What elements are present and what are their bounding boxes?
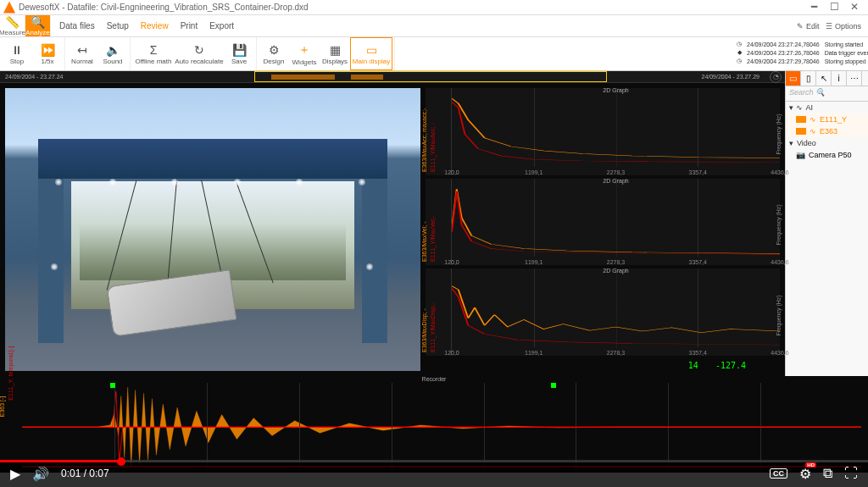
sidebar-tab-4[interactable]: i xyxy=(832,71,847,86)
video-player-bar: ▶ 🔊 0:01 / 0:07 CC ⚙HD ⧉ ⛶ xyxy=(0,460,868,487)
time-display: 0:01 / 0:07 xyxy=(61,468,109,479)
tab-setup[interactable]: Setup xyxy=(107,21,129,30)
marker-end[interactable] xyxy=(551,383,556,388)
widgets-button[interactable]: ＋Widgets xyxy=(289,37,320,70)
tab-review[interactable]: Review xyxy=(141,21,169,30)
window-title: DewesoftX - Datafile: Civil-Engnineering… xyxy=(19,3,804,12)
sigma-icon: Σ xyxy=(150,43,158,57)
magnifier-icon: 🔍 xyxy=(31,15,45,29)
progress-bar[interactable] xyxy=(0,460,868,462)
tab-print[interactable]: Print xyxy=(181,21,198,30)
center-line xyxy=(22,427,861,428)
timeline-overview[interactable]: 24/09/2004 - 23.27.24 24/09/2004 - 23.27… xyxy=(0,71,785,83)
screen-icon: ▭ xyxy=(366,43,377,57)
graph-1[interactable]: E363/MaxAcc; maxacc;-E111_Y/MaxAcc; - 2D… xyxy=(426,88,780,175)
minimize-button[interactable]: ━ xyxy=(804,1,824,14)
close-button[interactable]: ✕ xyxy=(844,1,865,14)
speaker-icon: 🔈 xyxy=(106,43,120,57)
x-axis-label: Frequency (Hz) xyxy=(776,114,782,155)
maximize-button[interactable]: ☐ xyxy=(824,1,844,14)
event-row: ◷24/09/2004 23:27:29,78046Storing stoppe… xyxy=(735,58,868,64)
stop-button[interactable]: ⏸Stop xyxy=(2,37,32,70)
refresh-icon: ↻ xyxy=(194,43,204,57)
menu-tab-row: 📏 Measure 🔍 Analyze Data files Setup Rev… xyxy=(0,15,868,37)
displays-button[interactable]: ▦Displays xyxy=(320,37,350,70)
arrow-icon: ↤ xyxy=(77,43,87,57)
play-button[interactable]: ▶ xyxy=(10,466,20,482)
displays-icon: ▦ xyxy=(330,43,341,57)
clock-icon: ◷ xyxy=(735,41,743,47)
graph-3[interactable]: E363/MaxDisp; -E111_Y/MaxDisp;- 2D Graph… xyxy=(426,268,780,356)
fullscreen-button[interactable]: ⛶ xyxy=(844,466,858,481)
y-axis-label: E363/MaxAcc; maxacc;- xyxy=(421,108,427,171)
overview-selection[interactable] xyxy=(254,71,607,82)
event-row: ◷24/09/2004 23:27:24,78046Storing starte… xyxy=(735,41,868,47)
pause-icon: ⏸ xyxy=(11,43,23,57)
trigger-icon: ◆ xyxy=(735,49,743,56)
value-1: 14 xyxy=(688,361,698,370)
value-2: -127.4 xyxy=(715,361,746,370)
event-log: ◷24/09/2004 23:27:24,78046Storing starte… xyxy=(733,39,865,66)
sidebar-tab-1[interactable]: ▭ xyxy=(786,71,801,86)
auto-recalc-button[interactable]: ↻Auto recalculate xyxy=(175,37,224,70)
plus-icon: ＋ xyxy=(298,42,310,58)
settings-button[interactable]: ⚙HD xyxy=(799,466,811,482)
tab-data-files[interactable]: Data files xyxy=(59,21,95,30)
graph-2[interactable]: E363/MaxVel; -E111_Y/MaxVel;- 2D Graph 1… xyxy=(426,179,780,266)
video-group-header[interactable]: ▾ Video xyxy=(786,137,868,149)
titlebar: DewesoftX - Datafile: Civil-Engnineering… xyxy=(0,0,868,15)
options-link[interactable]: ☰ Options xyxy=(826,22,861,30)
sound-button[interactable]: 🔈Sound xyxy=(97,37,128,70)
ruler-icon: 📏 xyxy=(5,15,19,29)
toolbar: ⏸Stop ⏩1/5x ↤Normal 🔈Sound ΣOffline math… xyxy=(0,37,868,71)
app-logo-icon xyxy=(3,2,15,14)
clock-icon: ◷ xyxy=(735,58,743,64)
measure-mode-button[interactable]: 📏 Measure xyxy=(0,15,25,36)
overview-start-time: 24/09/2004 - 23.27.24 xyxy=(5,74,64,80)
edit-link[interactable]: ✎ Edit xyxy=(797,22,819,30)
marker-start[interactable] xyxy=(110,383,115,388)
ai-group-header[interactable]: ▾ ∿ AI xyxy=(786,102,868,113)
sidebar-tab-3[interactable]: ↖ xyxy=(816,71,832,86)
offline-math-button[interactable]: ΣOffline math xyxy=(132,37,175,70)
speed-button[interactable]: ⏩1/5x xyxy=(32,37,63,70)
channel-item[interactable]: ∿ E111_Y xyxy=(786,113,868,125)
camera-item[interactable]: 📷 Camera P50 xyxy=(786,149,868,161)
main-display-button[interactable]: ▭Main display xyxy=(350,37,392,70)
sidebar-tab-5[interactable]: ⋯ xyxy=(847,71,862,86)
miniplayer-button[interactable]: ⧉ xyxy=(823,466,832,481)
save-button[interactable]: 💾Save xyxy=(224,37,254,70)
clock-icon[interactable]: ◔ xyxy=(770,71,782,83)
channel-sidebar: ▭ ▯ ↖ i ⋯ Search 🔍 ▾ ∿ AI ∿ E111_Y ∿ E36… xyxy=(785,71,868,376)
search-input[interactable]: Search 🔍 xyxy=(786,86,868,102)
channel-item[interactable]: ∿ E363 xyxy=(786,125,868,137)
tab-export[interactable]: Export xyxy=(209,21,234,30)
design-button[interactable]: ⚙Design xyxy=(259,37,289,70)
event-row: ◆24/09/2004 23:27:26,78046Data trigger e… xyxy=(735,49,868,56)
volume-button[interactable]: 🔊 xyxy=(32,466,49,482)
video-display[interactable] xyxy=(5,88,420,371)
analyze-mode-button[interactable]: 🔍 Analyze xyxy=(25,15,51,36)
recorder-timeline[interactable]: Recorder E363 [-] E111_Y; temporal;[-] xyxy=(0,376,868,473)
fastforward-icon: ⏩ xyxy=(41,43,55,57)
gear-icon: ⚙ xyxy=(269,43,280,57)
cc-button[interactable]: CC xyxy=(770,468,787,479)
overview-end-time: 24/09/2004 - 23.27.29 xyxy=(701,74,760,80)
save-icon: 💾 xyxy=(232,43,247,57)
sidebar-tab-2[interactable]: ▯ xyxy=(801,71,816,86)
normal-button[interactable]: ↤Normal xyxy=(67,37,97,70)
readout-values: 14 -127.4 xyxy=(426,359,780,371)
